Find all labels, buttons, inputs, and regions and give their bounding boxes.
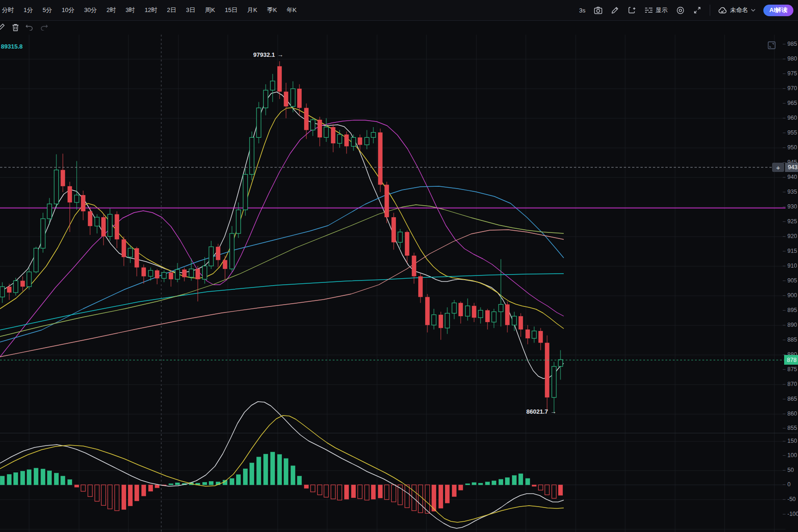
timeframe-5m[interactable]: 5分 <box>43 6 52 14</box>
timeframe-2h[interactable]: 2时 <box>106 6 116 14</box>
ai-analysis-button[interactable]: AI解读 <box>763 5 793 16</box>
top-toolbar: 分时 1分 5分 10分 30分 2时 3时 12时 2日 3日 周K 15日 … <box>0 0 798 21</box>
refresh-interval-label: 3s <box>579 7 585 14</box>
axis-tick-label: 955 <box>783 129 797 136</box>
timeframe-12h[interactable]: 12时 <box>145 6 157 14</box>
high-price-value: 97932.1 <box>253 51 275 58</box>
draw-pencil-icon[interactable] <box>610 6 620 15</box>
axis-tick-label: 940 <box>783 174 797 180</box>
timeframe-group: 分时 1分 5分 10分 30分 2时 3时 12时 2日 3日 周K 15日 … <box>2 6 297 14</box>
timeframe-1m[interactable]: 1分 <box>24 6 33 14</box>
redo-icon[interactable] <box>39 22 49 32</box>
toolbar-right-group: 3s 显示 未命名 <box>579 0 793 20</box>
brush-tool-icon[interactable] <box>0 22 6 32</box>
display-settings-label: 显示 <box>656 6 668 14</box>
drawing-toolbar <box>0 20 49 34</box>
axis-tick-label: -50 <box>783 496 796 502</box>
chart-settings-icon[interactable] <box>676 6 685 15</box>
display-settings-button[interactable]: 显示 <box>645 6 668 14</box>
axis-tick-label: 985 <box>783 41 797 47</box>
ma-magenta <box>0 120 564 357</box>
timeframe-quarter[interactable]: 季K <box>267 6 277 14</box>
ma-yellow <box>0 108 564 329</box>
axis-tick-label: 965 <box>783 100 797 106</box>
axis-tick-label: 960 <box>783 115 797 121</box>
timeframe-year[interactable]: 年K <box>286 6 297 14</box>
timeframe-30m[interactable]: 30分 <box>84 6 97 14</box>
timeframe-1mo[interactable]: 月K <box>247 6 257 14</box>
price-lines-layer <box>0 167 798 360</box>
ma-salmon <box>0 230 564 357</box>
timeframe-2d[interactable]: 2日 <box>167 6 176 14</box>
ma-cyan <box>0 274 564 330</box>
axis-tick-label: 935 <box>783 189 797 195</box>
axis-tick-label: -100 <box>783 511 798 517</box>
ma-white <box>0 92 564 379</box>
axis-tick-label: 0 <box>783 481 791 488</box>
axis-tick-label: 885 <box>783 336 797 343</box>
timeframe-fenshi[interactable]: 分时 <box>2 6 14 14</box>
axis-tick-label: 970 <box>783 85 797 92</box>
axis-tick-label: 865 <box>783 396 797 402</box>
layout-name-label: 未命名 <box>730 6 748 14</box>
camera-icon[interactable] <box>593 6 603 15</box>
low-price-label: 86021.7 → <box>526 408 556 415</box>
add-alert-plus-button[interactable]: + <box>772 163 784 172</box>
indicator-legend-value: 89315.8 <box>1 43 23 50</box>
timeframe-3h[interactable]: 3时 <box>126 6 135 14</box>
axis-tick-label: 950 <box>783 144 797 151</box>
crosshair-price-badge: 943 <box>785 163 798 172</box>
candlestick-chart[interactable] <box>0 0 798 532</box>
moving-averages-layer <box>0 92 564 379</box>
cloud-icon <box>718 7 727 14</box>
timeframe-10m[interactable]: 10分 <box>61 6 74 14</box>
axis-tick-label: 900 <box>783 292 797 299</box>
arrow-right-icon: → <box>550 408 556 415</box>
axis-tick-label: 150 <box>783 438 797 444</box>
arrow-right-icon: → <box>277 51 283 58</box>
high-price-label: 97932.1 → <box>253 51 283 58</box>
timeframe-3d[interactable]: 3日 <box>186 6 195 14</box>
timeframe-15d[interactable]: 15日 <box>225 6 237 14</box>
undo-icon[interactable] <box>24 22 35 32</box>
axis-tick-label: 915 <box>783 248 797 254</box>
axis-tick-label: 100 <box>783 452 797 459</box>
trading-chart-app: 89315.8 97932.1 → 86021.7 → 985980975970… <box>0 0 798 532</box>
axis-tick-label: 920 <box>783 233 797 239</box>
axis-tick-label: 905 <box>783 277 797 284</box>
axis-tick-label: 980 <box>783 55 797 62</box>
axis-tick-label: 890 <box>783 322 797 328</box>
add-indicator-icon[interactable] <box>627 6 637 15</box>
fullscreen-icon[interactable] <box>693 6 702 15</box>
axis-tick-label: 895 <box>783 307 797 313</box>
axis-tick-label: 875 <box>783 366 797 373</box>
axis-tick-label: 910 <box>783 263 797 269</box>
macd-histogram-layer <box>0 452 563 514</box>
chevron-down-icon <box>751 9 755 12</box>
delete-drawings-icon[interactable] <box>10 22 20 32</box>
layout-menu-button[interactable]: 未命名 <box>718 6 755 14</box>
axis-tick-label: 855 <box>783 425 797 431</box>
axis-tick-label: 50 <box>783 467 794 473</box>
axis-tick-label: 860 <box>783 410 797 417</box>
low-price-value: 86021.7 <box>526 408 548 415</box>
list-settings-icon <box>645 6 653 14</box>
axis-tick-label: 975 <box>783 70 797 77</box>
axis-tick-label: 925 <box>783 218 797 225</box>
axis-tick-label: 930 <box>783 203 797 210</box>
timeframe-1w[interactable]: 周K <box>205 6 215 14</box>
toolbar-divider <box>710 5 710 16</box>
maximize-pane-icon[interactable] <box>767 41 776 50</box>
last-price-badge: 878 <box>784 355 798 365</box>
axis-tick-label: 870 <box>783 381 797 387</box>
candles-layer <box>0 61 563 413</box>
